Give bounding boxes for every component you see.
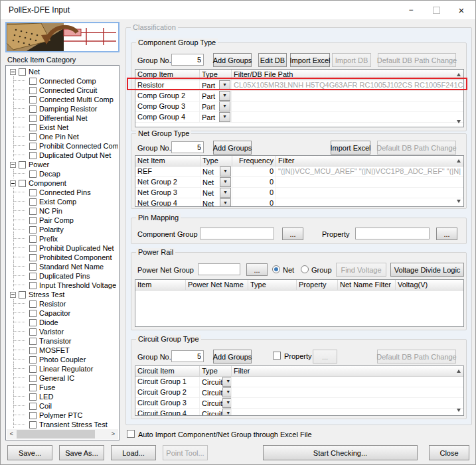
tree-item-label[interactable]: Component [29,179,66,187]
tree-item[interactable]: Prefix [7,234,118,243]
dropdown-arrow-icon[interactable]: ▼ [222,398,232,408]
type-cell[interactable]: Net▼ [200,166,232,176]
vertical-scrollbar[interactable] [454,157,463,206]
save-as-button[interactable]: Save As... [59,445,104,460]
tree-item-label[interactable]: Connected Comp [39,77,96,85]
check-item-tree[interactable]: NetConnected CompConnected CircuitConnec… [5,65,119,440]
tree-item-label[interactable]: Polarity [39,226,64,233]
tree-item-label[interactable]: Prohibited Component [39,253,112,261]
tree-item-checkbox[interactable] [29,328,37,336]
auto-import-checkbox[interactable] [127,430,135,438]
tree-item[interactable]: Prohibit Duplicated Net [7,243,118,253]
net-radio-label[interactable]: Net [283,266,294,274]
tree-item-checkbox[interactable] [29,412,37,419]
tree-item-label[interactable]: Prefix [39,235,58,243]
tree-item-label[interactable]: Net [29,68,40,76]
tree-item-checkbox[interactable] [29,189,37,196]
tree-horizontal-scrollbar[interactable]: < > [7,429,118,439]
comp-item-cell[interactable]: Comp Group 3 [135,101,200,111]
filter-cell[interactable] [232,398,463,408]
tree-item-checkbox[interactable] [29,263,37,271]
tree-item[interactable]: Connected Multi Comp [7,95,118,104]
type-cell[interactable]: Part▼ [200,112,232,122]
tree-item[interactable]: Fuse [7,383,118,392]
tree-item-checkbox[interactable] [29,170,37,178]
circuit-item-cell[interactable]: Circuit Group 1 [135,377,200,387]
filter-cell[interactable] [276,177,463,187]
minimize-button[interactable]: − [402,3,420,17]
tree-item[interactable]: Connected Circuit [7,86,118,95]
tree-item[interactable]: Duplicated Output Net [7,151,118,160]
pin-component-group-input[interactable] [200,228,274,239]
pin-property-input[interactable] [355,228,430,239]
tree-item-checkbox[interactable] [19,180,26,187]
scroll-down-icon[interactable] [457,120,461,123]
tree-item-checkbox[interactable] [19,161,26,168]
pin-component-group-browse-button[interactable]: ... [282,228,303,240]
dropdown-arrow-icon[interactable]: ▼ [219,80,230,90]
vertical-scrollbar[interactable] [454,70,463,126]
tree-item-checkbox[interactable] [29,152,37,159]
circuit-item-cell[interactable]: Circuit Group 2 [135,387,200,397]
net-import-excel-button[interactable]: Import Excel [331,141,370,155]
load-button[interactable]: Load... [111,445,156,460]
tree-item[interactable]: Photo Coupler [7,355,118,364]
type-cell[interactable]: Circuit▼ [200,377,232,387]
comp-group-no-input[interactable] [171,54,204,66]
tree-item-label[interactable]: Standard Net Name [39,263,104,271]
tree-item[interactable]: Decap [7,169,118,178]
type-cell[interactable]: Net▼ [200,188,232,198]
dropdown-arrow-icon[interactable]: ▼ [220,166,231,176]
tree-item-checkbox[interactable] [29,143,37,150]
tree-item-label[interactable]: Connected Multi Comp [39,96,114,103]
edit-db-button[interactable]: Edit DB [258,53,287,67]
tree-item-checkbox[interactable] [29,403,37,410]
tree-item[interactable]: LED [7,392,118,401]
tree-item-label[interactable]: Duplicated Pins [39,272,90,280]
tree-item[interactable]: Connected Pins [7,188,118,197]
tree-item[interactable]: Exist Comp [7,197,118,206]
net-item-cell[interactable]: Net Group 4 [135,198,200,207]
tree-item[interactable]: Transient Stress Test [7,420,118,429]
type-cell[interactable]: Part▼ [200,80,232,90]
pin-property-browse-button[interactable]: ... [436,228,457,240]
circuit-add-groups-button[interactable]: Add Groups [213,350,252,364]
frequency-cell[interactable]: 0 [232,198,276,207]
dropdown-arrow-icon[interactable]: ▼ [219,91,230,101]
vertical-scrollbar[interactable] [454,367,463,415]
filter-cell[interactable] [276,198,463,207]
group-radio-label[interactable]: Group [311,266,332,274]
tree-item[interactable]: Damping Resistor [7,104,118,113]
start-checking-button[interactable]: Start Checking... [263,445,418,460]
filter-cell[interactable] [276,188,463,198]
close-dialog-button[interactable]: Close [429,445,469,460]
scroll-down-icon[interactable] [457,200,461,203]
component-group-table[interactable]: Comp ItemTypeFilter/DB File PathResistor… [135,69,464,127]
filter-cell[interactable] [232,112,463,122]
tree-item[interactable]: General IC [7,373,118,383]
type-cell[interactable]: Net▼ [200,177,232,187]
comp-item-cell[interactable]: Comp Group 2 [135,91,200,101]
tree-item-label[interactable]: Capacitor [39,309,70,317]
circuit-group-table[interactable]: Circuit ItemTypeFilterCircuit Group 1Cir… [135,365,464,416]
tree-item-label[interactable]: Stress Test [29,291,64,299]
scroll-up-icon[interactable] [457,73,461,76]
frequency-cell[interactable]: 0 [232,188,276,198]
tree-item-label[interactable]: Linear Regulator [39,365,93,373]
type-cell[interactable]: Part▼ [200,91,232,101]
tree-item-checkbox[interactable] [29,319,37,326]
tree-item[interactable]: Connected Comp [7,76,118,86]
tree-item-checkbox[interactable] [29,282,37,289]
tree-item-label[interactable]: Coil [39,402,52,410]
dropdown-arrow-icon[interactable]: ▼ [220,188,231,198]
tree-item-checkbox[interactable] [29,198,37,206]
tree-item-checkbox[interactable] [29,365,37,373]
collapse-icon[interactable] [10,162,16,168]
tree-item-label[interactable]: Prohibit Connected Comp [39,142,118,150]
tree-item-label[interactable]: Exist Net [39,123,68,131]
tree-item-label[interactable]: NC Pin [39,207,62,215]
tree-item-checkbox[interactable] [29,87,37,94]
close-button[interactable]: × [452,3,471,17]
tree-item[interactable]: Input Threshold Voltage [7,281,118,290]
power-rail-table[interactable]: ItemPower Net NameTypePropertyNet Name F… [135,279,464,327]
